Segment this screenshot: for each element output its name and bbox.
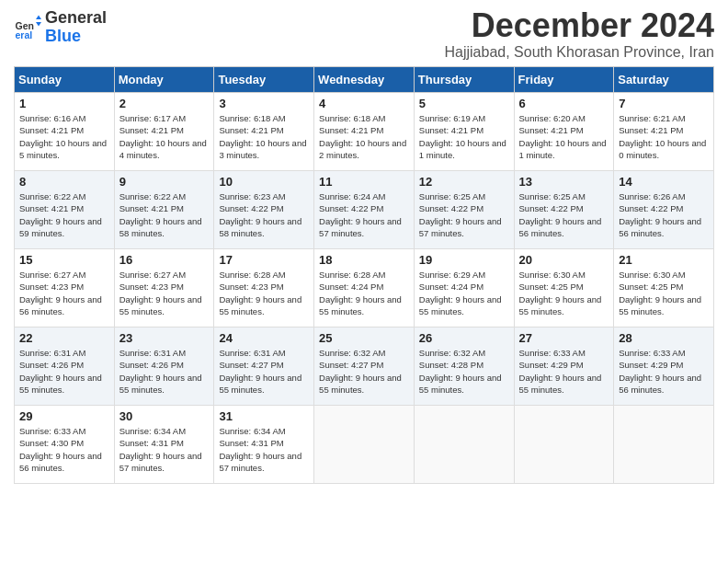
day-cell: 31Sunrise: 6:34 AMSunset: 4:31 PMDayligh… (214, 406, 314, 484)
day-info: Sunrise: 6:23 AMSunset: 4:22 PMDaylight:… (219, 190, 309, 239)
day-cell: 7Sunrise: 6:21 AMSunset: 4:21 PMDaylight… (614, 93, 714, 171)
day-cell: 14Sunrise: 6:26 AMSunset: 4:22 PMDayligh… (614, 171, 714, 249)
col-header-monday: Monday (114, 67, 214, 93)
day-number: 28 (619, 331, 709, 345)
logo-text: General Blue (45, 9, 107, 46)
day-number: 2 (119, 97, 210, 110)
week-row-2: 8Sunrise: 6:22 AMSunset: 4:21 PMDaylight… (15, 171, 714, 249)
day-cell (414, 406, 514, 484)
day-cell: 9Sunrise: 6:22 AMSunset: 4:21 PMDaylight… (114, 171, 214, 249)
day-number: 18 (319, 253, 409, 267)
day-info: Sunrise: 6:32 AMSunset: 4:27 PMDaylight:… (319, 347, 409, 396)
day-info: Sunrise: 6:19 AMSunset: 4:21 PMDaylight:… (419, 112, 509, 161)
day-info: Sunrise: 6:18 AMSunset: 4:21 PMDaylight:… (219, 112, 309, 161)
day-number: 29 (19, 409, 109, 423)
day-cell: 22Sunrise: 6:31 AMSunset: 4:26 PMDayligh… (15, 327, 115, 406)
day-cell: 19Sunrise: 6:29 AMSunset: 4:24 PMDayligh… (414, 249, 514, 327)
day-number: 16 (119, 253, 210, 267)
day-cell: 5Sunrise: 6:19 AMSunset: 4:21 PMDaylight… (414, 93, 514, 171)
day-cell: 2Sunrise: 6:17 AMSunset: 4:21 PMDaylight… (114, 93, 214, 171)
day-info: Sunrise: 6:31 AMSunset: 4:26 PMDaylight:… (19, 347, 109, 396)
week-row-1: 1Sunrise: 6:16 AMSunset: 4:21 PMDaylight… (15, 93, 714, 171)
day-cell: 8Sunrise: 6:22 AMSunset: 4:21 PMDaylight… (15, 171, 115, 249)
day-cell: 12Sunrise: 6:25 AMSunset: 4:22 PMDayligh… (414, 171, 514, 249)
day-cell: 13Sunrise: 6:25 AMSunset: 4:22 PMDayligh… (514, 171, 614, 249)
day-number: 4 (319, 97, 409, 110)
day-info: Sunrise: 6:25 AMSunset: 4:22 PMDaylight:… (419, 190, 509, 239)
day-cell: 10Sunrise: 6:23 AMSunset: 4:22 PMDayligh… (214, 171, 314, 249)
day-info: Sunrise: 6:34 AMSunset: 4:31 PMDaylight:… (219, 425, 309, 474)
day-number: 13 (519, 175, 609, 189)
day-cell: 27Sunrise: 6:33 AMSunset: 4:29 PMDayligh… (514, 327, 614, 406)
title-area: December 2024 Hajjiabad, South Khorasan … (444, 9, 714, 61)
day-number: 7 (619, 97, 709, 110)
month-title: December 2024 (444, 9, 714, 42)
day-number: 5 (419, 97, 509, 110)
day-cell: 25Sunrise: 6:32 AMSunset: 4:27 PMDayligh… (314, 327, 415, 406)
day-cell (514, 406, 614, 484)
day-info: Sunrise: 6:27 AMSunset: 4:23 PMDaylight:… (19, 269, 109, 317)
col-header-wednesday: Wednesday (314, 67, 415, 93)
svg-text:eral: eral (16, 29, 33, 40)
day-info: Sunrise: 6:21 AMSunset: 4:21 PMDaylight:… (619, 112, 709, 161)
day-cell (614, 406, 714, 484)
day-info: Sunrise: 6:31 AMSunset: 4:26 PMDaylight:… (119, 347, 210, 396)
day-cell (314, 406, 415, 484)
day-cell: 23Sunrise: 6:31 AMSunset: 4:26 PMDayligh… (114, 327, 214, 406)
svg-marker-3 (36, 22, 41, 27)
day-info: Sunrise: 6:33 AMSunset: 4:29 PMDaylight:… (619, 347, 709, 396)
day-cell: 11Sunrise: 6:24 AMSunset: 4:22 PMDayligh… (314, 171, 415, 249)
day-cell: 20Sunrise: 6:30 AMSunset: 4:25 PMDayligh… (514, 249, 614, 327)
day-cell: 24Sunrise: 6:31 AMSunset: 4:27 PMDayligh… (214, 327, 314, 406)
day-number: 11 (319, 175, 409, 189)
day-number: 6 (519, 97, 609, 110)
day-info: Sunrise: 6:22 AMSunset: 4:21 PMDaylight:… (119, 190, 210, 239)
calendar-table: SundayMondayTuesdayWednesdayThursdayFrid… (14, 66, 714, 484)
col-header-friday: Friday (514, 67, 614, 93)
week-row-3: 15Sunrise: 6:27 AMSunset: 4:23 PMDayligh… (15, 249, 714, 327)
week-row-4: 22Sunrise: 6:31 AMSunset: 4:26 PMDayligh… (15, 327, 714, 406)
day-info: Sunrise: 6:30 AMSunset: 4:25 PMDaylight:… (519, 269, 609, 317)
day-info: Sunrise: 6:27 AMSunset: 4:23 PMDaylight:… (119, 269, 210, 317)
day-info: Sunrise: 6:18 AMSunset: 4:21 PMDaylight:… (319, 112, 409, 161)
day-number: 15 (19, 253, 109, 267)
day-number: 27 (519, 331, 609, 345)
day-number: 22 (19, 331, 109, 345)
col-header-saturday: Saturday (614, 67, 714, 93)
day-cell: 21Sunrise: 6:30 AMSunset: 4:25 PMDayligh… (614, 249, 714, 327)
day-number: 23 (119, 331, 210, 345)
day-number: 8 (19, 175, 109, 189)
day-number: 21 (619, 253, 709, 267)
day-info: Sunrise: 6:22 AMSunset: 4:21 PMDaylight:… (19, 190, 109, 239)
day-number: 25 (319, 331, 409, 345)
day-info: Sunrise: 6:20 AMSunset: 4:21 PMDaylight:… (519, 112, 609, 161)
day-info: Sunrise: 6:28 AMSunset: 4:24 PMDaylight:… (319, 269, 409, 317)
day-cell: 6Sunrise: 6:20 AMSunset: 4:21 PMDaylight… (514, 93, 614, 171)
day-cell: 18Sunrise: 6:28 AMSunset: 4:24 PMDayligh… (314, 249, 415, 327)
day-cell: 4Sunrise: 6:18 AMSunset: 4:21 PMDaylight… (314, 93, 415, 171)
day-number: 10 (219, 175, 309, 189)
header: Gen eral General Blue December 2024 Hajj… (14, 9, 714, 61)
day-number: 3 (219, 97, 309, 110)
svg-marker-2 (36, 15, 41, 19)
day-info: Sunrise: 6:32 AMSunset: 4:28 PMDaylight:… (419, 347, 509, 396)
day-number: 31 (219, 409, 309, 423)
day-info: Sunrise: 6:26 AMSunset: 4:22 PMDaylight:… (619, 190, 709, 239)
day-info: Sunrise: 6:16 AMSunset: 4:21 PMDaylight:… (19, 112, 109, 161)
day-number: 19 (419, 253, 509, 267)
day-cell: 3Sunrise: 6:18 AMSunset: 4:21 PMDaylight… (214, 93, 314, 171)
day-info: Sunrise: 6:28 AMSunset: 4:23 PMDaylight:… (219, 269, 309, 317)
logo: Gen eral General Blue (14, 9, 107, 46)
day-number: 1 (19, 97, 109, 110)
day-number: 24 (219, 331, 309, 345)
day-number: 17 (219, 253, 309, 267)
day-cell: 16Sunrise: 6:27 AMSunset: 4:23 PMDayligh… (114, 249, 214, 327)
day-info: Sunrise: 6:24 AMSunset: 4:22 PMDaylight:… (319, 190, 409, 239)
day-info: Sunrise: 6:29 AMSunset: 4:24 PMDaylight:… (419, 269, 509, 317)
day-number: 30 (119, 409, 210, 423)
day-info: Sunrise: 6:31 AMSunset: 4:27 PMDaylight:… (219, 347, 309, 396)
day-cell: 29Sunrise: 6:33 AMSunset: 4:30 PMDayligh… (15, 406, 115, 484)
day-number: 12 (419, 175, 509, 189)
col-header-tuesday: Tuesday (214, 67, 314, 93)
day-info: Sunrise: 6:25 AMSunset: 4:22 PMDaylight:… (519, 190, 609, 239)
